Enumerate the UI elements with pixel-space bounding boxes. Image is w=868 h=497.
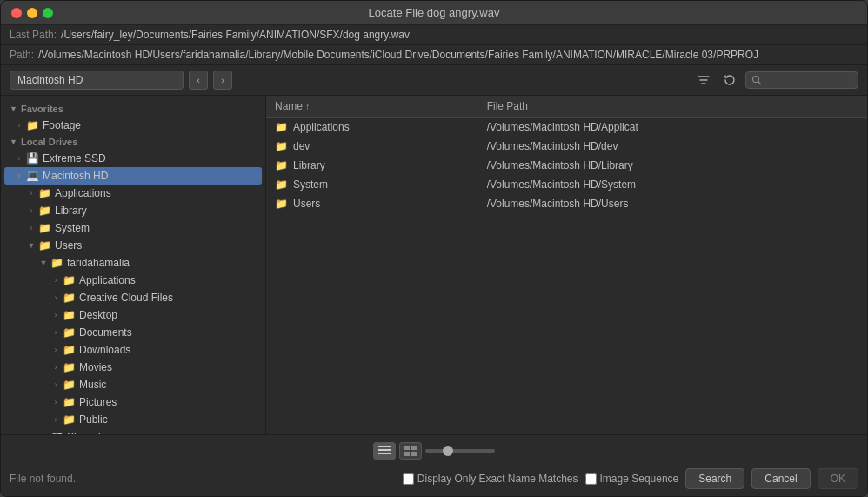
cell-path-system: /Volumes/Macintosh HD/System [478,175,867,194]
sidebar-item-downloads[interactable]: › 📁 Downloads [4,341,262,359]
file-name-library: Library [293,159,325,171]
sidebar-item-faridahamalia[interactable]: ▼ 📁 faridahamalia [4,254,262,272]
sidebar-item-applications-top[interactable]: › 📁 Applications [4,185,262,202]
faridahamalia-icon: 📁 [50,256,63,270]
cell-path-library: /Volumes/Macintosh HD/Library [478,156,867,175]
pictures-icon: 📁 [62,395,76,409]
creative-cloud-icon: 📁 [62,291,76,305]
search-button[interactable]: Search [685,468,744,489]
filter-icon-button[interactable] [693,70,714,91]
file-name-dev: dev [293,140,310,152]
location-dropdown[interactable]: Macintosh HD Extreme SSD Footage [10,71,184,90]
search-input[interactable] [765,74,852,86]
last-path-bar: Last Path: /Users/fairy_ley/Documents/Fa… [1,25,867,45]
image-sequence-checkbox[interactable] [585,473,597,485]
cell-name-users: 📁 Users [266,194,478,213]
sidebar-section-favorites[interactable]: ▼ Favorites [1,101,265,117]
back-button[interactable]: ‹ [189,71,208,90]
refresh-icon-button[interactable] [719,70,740,91]
svg-rect-2 [378,449,391,451]
sidebar-item-desktop[interactable]: › 📁 Desktop [4,306,262,324]
file-list: Name ↑ File Path 📁 Applications /Vo [266,96,867,434]
svg-rect-1 [378,446,391,447]
column-header-name[interactable]: Name ↑ [266,96,478,118]
list-view-icon [378,446,391,456]
table-row[interactable]: 📁 Users /Volumes/Macintosh HD/Users [266,194,867,213]
file-icon-system: 📁 [275,178,288,191]
maximize-button[interactable] [43,8,53,18]
list-view-button[interactable] [373,442,396,460]
file-table: Name ↑ File Path 📁 Applications /Vo [266,96,867,213]
image-sequence-group: Image Sequence [585,473,679,485]
column-name-label: Name [275,100,305,112]
location-select[interactable]: Macintosh HD Extreme SSD Footage [17,74,176,86]
file-icon-dev: 📁 [275,140,288,152]
file-icon-applications: 📁 [275,121,288,133]
library-top-chevron: › [25,206,37,215]
sidebar-section-local-drives[interactable]: ▼ Local Drives [1,134,265,150]
sidebar-item-extreme-ssd[interactable]: › 💾 Extreme SSD [4,150,262,167]
cell-path-dev: /Volumes/Macintosh HD/dev [478,137,867,156]
grid-view-button[interactable] [399,442,422,460]
file-name-applications: Applications [293,121,350,133]
path-value: /Volumes/Macintosh HD/Users/faridahamali… [38,49,858,61]
exact-match-group: Display Only Exact Name Matches [403,473,578,485]
desktop-icon: 📁 [62,308,76,322]
sidebar-item-documents[interactable]: › 📁 Documents [4,324,262,341]
view-controls [10,440,858,461]
sidebar-item-shared[interactable]: › 📁 Shared [4,428,262,434]
creative-cloud-label: Creative Cloud Files [79,292,262,304]
public-label: Public [79,413,262,426]
table-row[interactable]: 📁 dev /Volumes/Macintosh HD/dev [266,137,867,156]
cell-name-dev: 📁 dev [266,137,478,156]
sidebar-item-movies[interactable]: › 📁 Movies [4,359,262,376]
creative-cloud-chevron: › [50,293,62,302]
public-icon: 📁 [62,413,76,426]
applications-top-chevron: › [25,189,37,198]
exact-match-checkbox[interactable] [403,473,414,485]
extreme-ssd-label: Extreme SSD [43,152,262,165]
sidebar-item-music[interactable]: › 📁 Music [4,376,262,393]
svg-rect-6 [404,452,410,456]
table-row[interactable]: 📁 Library /Volumes/Macintosh HD/Library [266,156,867,175]
zoom-slider[interactable] [425,449,495,453]
bottom-bar: File not found. Display Only Exact Name … [1,434,867,496]
column-header-filepath[interactable]: File Path [478,96,867,118]
forward-button[interactable]: › [213,71,232,90]
file-table-body: 📁 Applications /Volumes/Macintosh HD/App… [266,118,867,214]
sidebar-item-public[interactable]: › 📁 Public [4,411,262,428]
movies-chevron: › [50,363,62,372]
table-row[interactable]: 📁 System /Volumes/Macintosh HD/System [266,175,867,194]
users-top-chevron: ▼ [25,241,37,250]
table-row[interactable]: 📁 Applications /Volumes/Macintosh HD/App… [266,118,867,138]
svg-rect-4 [404,446,410,450]
music-label: Music [79,379,262,391]
documents-chevron: › [50,328,62,337]
cell-name-applications: 📁 Applications [266,118,478,138]
cancel-button[interactable]: Cancel [751,468,810,489]
svg-rect-5 [411,446,417,450]
table-header-row: Name ↑ File Path [266,96,867,118]
sidebar-item-library-top[interactable]: › 📁 Library [4,202,262,219]
users-top-icon: 📁 [37,238,51,252]
search-box[interactable] [745,71,858,89]
sidebar-item-creative-cloud[interactable]: › 📁 Creative Cloud Files [4,289,262,306]
sidebar-item-applications-user[interactable]: › 📁 Applications [4,272,262,289]
system-top-chevron: › [25,224,37,232]
sidebar-item-footage[interactable]: › 📁 Footage [4,117,262,134]
last-path-label: Last Path: [10,29,57,41]
close-button[interactable] [11,8,22,18]
public-chevron: › [50,415,62,424]
ok-button[interactable]: OK [818,468,858,489]
system-top-label: System [55,222,262,234]
desktop-chevron: › [50,311,62,319]
image-sequence-label: Image Sequence [600,473,679,485]
minimize-button[interactable] [27,8,37,18]
sidebar-item-pictures[interactable]: › 📁 Pictures [4,393,262,411]
faridahamalia-chevron: ▼ [37,259,50,267]
desktop-label: Desktop [79,309,262,321]
titlebar: Locate File dog angry.wav [1,1,867,25]
sidebar-item-users-top[interactable]: ▼ 📁 Users [4,237,262,254]
sidebar-item-macintosh-hd[interactable]: ▼ 💻 Macintosh HD [4,167,262,185]
sidebar-item-system-top[interactable]: › 📁 System [4,219,262,237]
